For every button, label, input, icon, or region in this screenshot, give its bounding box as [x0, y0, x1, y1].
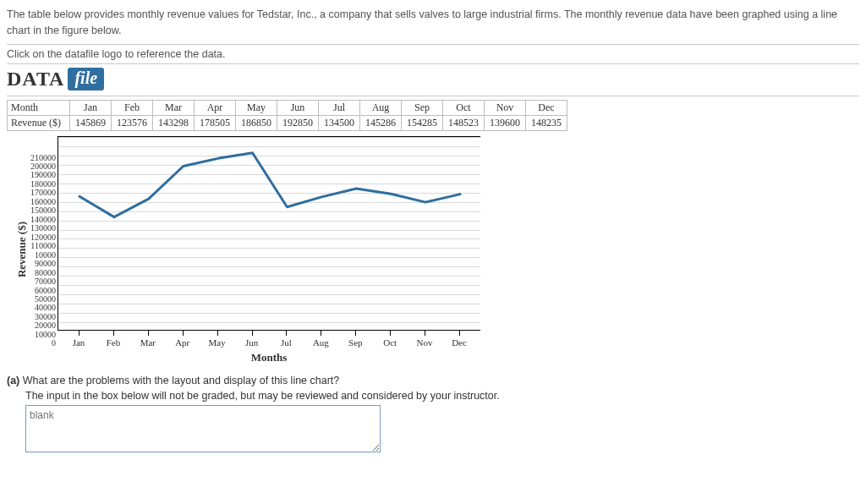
x-tick-label: Dec: [452, 337, 467, 348]
table-cell: Dec: [525, 100, 567, 115]
table-cell: Jul: [318, 100, 359, 115]
line-chart: Revenue ($) 2100002000001900001800001700…: [15, 136, 859, 364]
table-cell: 192850: [277, 115, 318, 130]
divider: [7, 44, 859, 45]
table-cell: 123576: [111, 115, 152, 130]
x-axis-label: Months: [58, 349, 480, 364]
x-tick-label: Jul: [281, 337, 292, 348]
table-cell: 178505: [194, 115, 235, 130]
x-tick-label: Mar: [140, 337, 156, 348]
question-note: The input in the box below will not be g…: [25, 390, 859, 402]
table-cell: 148523: [442, 115, 484, 130]
datafile-word: DATA: [7, 68, 64, 90]
answer-textarea[interactable]: [25, 405, 381, 452]
x-tick-label: Jan: [73, 337, 85, 348]
plot-area: [58, 136, 480, 331]
x-tick-label: Feb: [107, 337, 121, 348]
table-cell: 145869: [69, 115, 111, 130]
table-cell: Feb: [111, 100, 152, 115]
table-cell: 148235: [525, 115, 567, 130]
x-tick-label: Jun: [245, 337, 258, 348]
x-axis-tickmarks: [58, 331, 480, 337]
y-axis-label: Revenue ($): [15, 222, 29, 277]
table-row2-label: Revenue ($): [8, 115, 70, 130]
divider: [7, 96, 859, 96]
table-cell: 143298: [152, 115, 194, 130]
divider: [7, 63, 859, 64]
x-tick-label: Aug: [313, 337, 329, 348]
question-text: What are the problems with the layout an…: [23, 375, 340, 386]
table-cell: Sep: [401, 100, 442, 115]
revenue-table: MonthJanFebMarAprMayJunJulAugSepOctNovDe…: [7, 100, 567, 131]
x-tick-label: Sep: [348, 337, 363, 348]
table-cell: Aug: [359, 100, 401, 115]
table-cell: Jun: [277, 100, 318, 115]
table-cell: Nov: [484, 100, 525, 115]
click-instruction: Click on the datafile logo to reference …: [7, 48, 859, 60]
datafile-button[interactable]: file: [68, 68, 104, 90]
table-cell: Apr: [194, 100, 235, 115]
x-tick-label: Oct: [383, 337, 397, 348]
table-cell: 134500: [318, 115, 359, 130]
table-cell: 154285: [401, 115, 442, 130]
x-tick-label: Nov: [417, 337, 433, 348]
x-axis-ticklabels: JanFebMarAprMayJunJulAugSepOctNovDec: [58, 337, 480, 349]
table-cell: Jan: [69, 100, 111, 115]
table-cell: 139600: [484, 115, 525, 130]
table-cell: 186850: [235, 115, 277, 130]
table-row1-label: Month: [8, 100, 70, 115]
y-axis-ticks: 2100002000001900001800001700001600001500…: [30, 152, 58, 348]
table-cell: May: [235, 100, 277, 115]
intro-text: The table below provides monthly revenue…: [7, 7, 859, 39]
table-cell: 145286: [359, 115, 401, 130]
x-tick-label: May: [209, 337, 226, 348]
table-cell: Oct: [442, 100, 484, 115]
x-tick-label: Apr: [175, 337, 189, 348]
table-cell: Mar: [152, 100, 194, 115]
question-tag: (a): [7, 375, 19, 386]
